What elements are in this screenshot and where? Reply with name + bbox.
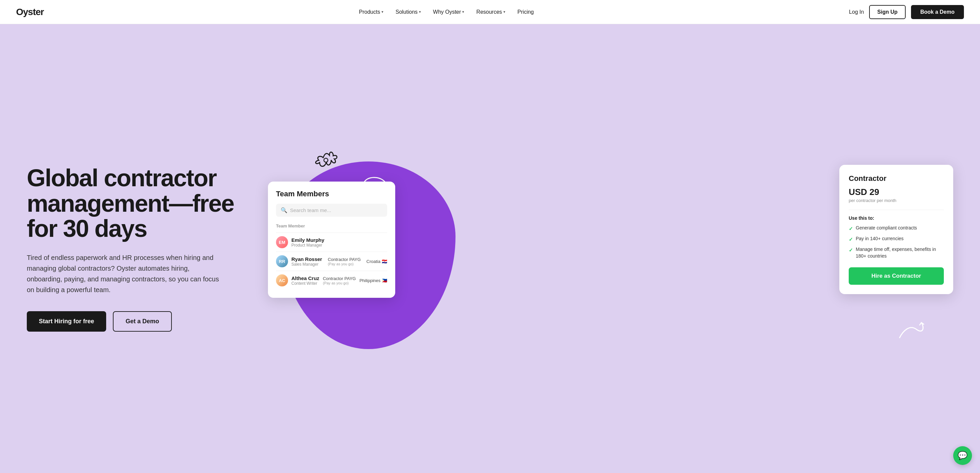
search-bar[interactable]: 🔍 Search team me... — [276, 204, 387, 217]
login-button[interactable]: Log In — [849, 9, 864, 15]
table-row: AC Althea Cruz Content Writer Contractor… — [276, 271, 387, 290]
hero-buttons: Start Hiring for free Get a Demo — [27, 311, 255, 332]
nav-item-products[interactable]: Products ▾ — [359, 9, 383, 15]
member-role: Content Writer — [291, 281, 319, 286]
avatar: EM — [276, 236, 288, 248]
member-role: Sales Manager — [291, 262, 322, 267]
chat-icon: 💬 — [958, 451, 967, 460]
check-icon: ✓ — [849, 236, 853, 243]
chevron-down-icon: ▾ — [462, 10, 464, 14]
feature-list: ✓ Generate compliant contracts ✓ Pay in … — [849, 225, 944, 259]
table-row: EM Emily Murphy Product Manager — [276, 233, 387, 252]
team-col-header: Team Member — [276, 223, 387, 228]
member-country: Croatia 🇭🇷 — [366, 259, 387, 264]
nav-links: Products ▾ Solutions ▾ Why Oyster ▾ Reso… — [359, 9, 534, 15]
search-placeholder-text: Search team me... — [290, 207, 331, 213]
nav-logo[interactable]: Oyster — [16, 7, 44, 18]
nav-label-pricing: Pricing — [517, 9, 534, 15]
list-item: ✓ Pay in 140+ currencies — [849, 236, 944, 243]
nav-label-why-oyster: Why Oyster — [433, 9, 461, 15]
list-item: ✓ Manage time off, expenses, benefits in… — [849, 246, 944, 259]
member-name: Althea Cruz — [291, 276, 319, 281]
member-contract-sub: (Pay as you go) — [328, 262, 361, 266]
member-info: AC Althea Cruz Content Writer — [276, 274, 319, 287]
nav-item-pricing[interactable]: Pricing — [517, 9, 534, 15]
contractor-price-sub: per contractor per month — [849, 198, 944, 203]
start-hiring-button[interactable]: Start Hiring for free — [27, 311, 106, 332]
hero-section: Global contractor management—free for 30… — [0, 24, 980, 473]
hero-title: Global contractor management—free for 30… — [27, 166, 255, 242]
contractor-price: USD 29 — [849, 187, 944, 197]
use-this-label: Use this to: — [849, 215, 944, 221]
check-icon: ✓ — [849, 225, 853, 232]
doodle-bottom-icon — [896, 318, 926, 342]
nav-item-solutions[interactable]: Solutions ▾ — [396, 9, 421, 15]
navbar: Oyster Products ▾ Solutions ▾ Why Oyster… — [0, 0, 980, 24]
hire-as-contractor-button[interactable]: Hire as Contractor — [849, 267, 944, 285]
member-info: RR Ryan Rosser Sales Manager — [276, 255, 322, 267]
chat-bubble-button[interactable]: 💬 — [953, 446, 972, 465]
nav-label-resources: Resources — [476, 9, 502, 15]
check-icon: ✓ — [849, 247, 853, 253]
list-item: ✓ Generate compliant contracts — [849, 225, 944, 232]
contractor-card-title: Contractor — [849, 174, 944, 183]
member-country: Philippines 🇵🇭 — [360, 278, 387, 283]
member-name: Emily Murphy — [291, 237, 324, 243]
member-role: Product Manager — [291, 243, 324, 248]
nav-actions: Log In Sign Up Book a Demo — [849, 5, 964, 19]
chevron-down-icon: ▾ — [503, 10, 505, 14]
member-info: EM Emily Murphy Product Manager — [276, 236, 324, 248]
divider — [849, 210, 944, 210]
hero-right: Team Members 🔍 Search team me... Team Me… — [255, 148, 953, 349]
nav-label-solutions: Solutions — [396, 9, 418, 15]
signup-button[interactable]: Sign Up — [869, 5, 905, 19]
member-contract-type: Contractor PAYG — [323, 276, 356, 281]
book-demo-button[interactable]: Book a Demo — [911, 5, 964, 19]
member-contract-type: Contractor PAYG — [328, 257, 361, 262]
nav-item-resources[interactable]: Resources ▾ — [476, 9, 505, 15]
hero-left: Global contractor management—free for 30… — [27, 166, 255, 332]
chevron-down-icon: ▾ — [382, 10, 383, 14]
hero-subtitle: Tired of endless paperwork and HR proces… — [27, 252, 221, 295]
svg-point-0 — [323, 158, 328, 163]
avatar: AC — [276, 274, 288, 287]
table-row: RR Ryan Rosser Sales Manager Contractor … — [276, 252, 387, 271]
get-demo-button[interactable]: Get a Demo — [113, 311, 172, 332]
team-members-card: Team Members 🔍 Search team me... Team Me… — [268, 182, 395, 298]
search-icon: 🔍 — [281, 207, 287, 213]
nav-label-products: Products — [359, 9, 380, 15]
avatar: RR — [276, 255, 288, 267]
member-name: Ryan Rosser — [291, 256, 322, 262]
nav-item-why-oyster[interactable]: Why Oyster ▾ — [433, 9, 465, 15]
chevron-down-icon: ▾ — [419, 10, 421, 14]
contractor-card: Contractor USD 29 per contractor per mon… — [839, 165, 953, 294]
team-card-title: Team Members — [276, 190, 387, 198]
member-contract-sub: (Pay as you go) — [323, 281, 356, 285]
